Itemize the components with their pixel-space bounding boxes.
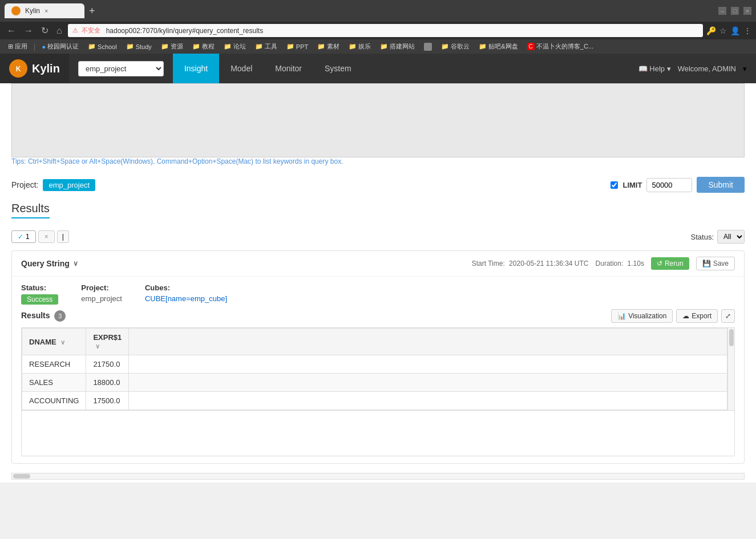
bookmark-resources[interactable]: 📁 资源 xyxy=(157,41,187,52)
bookmark-tieba[interactable]: 📁 贴吧&网盘 xyxy=(475,41,521,52)
browser-chrome: Kylin × + – □ × ← → ↻ ⌂ ⚠ 不安全 hadoop002:… xyxy=(0,0,756,54)
visualization-button[interactable]: 📊 Visualization xyxy=(611,309,673,323)
result-tab-1[interactable]: ✓ 1 xyxy=(11,230,36,243)
folder-icon-google: 📁 xyxy=(441,43,449,50)
tab-close-icon[interactable]: × xyxy=(45,7,48,14)
folder-icon-tutorial: 📁 xyxy=(192,43,200,50)
bookmark-study[interactable]: 📁 Study xyxy=(123,42,155,51)
status-filter: Status: All xyxy=(691,230,745,244)
td-expr1-1: 21750.0 xyxy=(86,355,129,374)
nav-system[interactable]: System xyxy=(313,54,363,83)
limit-checkbox[interactable] xyxy=(611,181,618,189)
tips-text: Tips: Ctrl+Shift+Space or Alt+Space(Wind… xyxy=(11,157,343,165)
bookmark-ppt[interactable]: 📁 PPT xyxy=(283,42,312,51)
address-bar[interactable]: ⚠ 不安全 hadoop002:7070/kylin/query#query_c… xyxy=(68,24,703,37)
new-tab-button[interactable]: + xyxy=(84,4,100,18)
expr1-sort-icon[interactable]: ∨ xyxy=(95,343,100,350)
maximize-button[interactable]: □ xyxy=(731,7,739,15)
nav-insight-label: Insight xyxy=(184,64,208,73)
star-icon[interactable]: ☆ xyxy=(719,26,727,35)
minimize-button[interactable]: – xyxy=(718,7,726,15)
bookmark-google-cloud[interactable]: 📁 谷歌云 xyxy=(438,41,473,52)
th-expr1[interactable]: EXPR$1 ∨ xyxy=(86,329,129,355)
tab-add-label: | xyxy=(62,233,64,241)
more-options-icon[interactable]: ⋮ xyxy=(743,26,751,35)
bookmark-tutorial[interactable]: 📁 教程 xyxy=(189,41,218,52)
apps-icon: ⊞ xyxy=(8,43,13,50)
table-scroll-area: DNAME ∨ EXPR$1 ∨ xyxy=(22,328,734,410)
result-tab-close[interactable]: × xyxy=(38,230,55,243)
user-icon[interactable]: 👤 xyxy=(730,26,740,35)
refresh-button[interactable]: ↻ xyxy=(39,24,51,37)
nav-model-label: Model xyxy=(231,64,252,73)
query-editor[interactable] xyxy=(11,83,745,157)
window-controls: – □ × xyxy=(718,7,751,15)
browser-tabs: Kylin × + xyxy=(5,3,718,18)
browser-tab-active[interactable]: Kylin × xyxy=(5,3,84,18)
bookmark-blog[interactable]: C 不温卜火的博客_C... xyxy=(524,41,597,52)
tools-label: 工具 xyxy=(265,42,277,51)
project-meta-value: emp_project xyxy=(81,294,122,303)
not-secure-label: 不安全 xyxy=(82,26,100,35)
start-time-label: Start Time: 2020-05-21 11:36:34 UTC xyxy=(472,260,589,268)
rerun-button[interactable]: ↺ Rerun xyxy=(651,257,689,270)
project-selector[interactable]: emp_project xyxy=(78,61,164,76)
tab-favicon xyxy=(11,6,21,15)
bookmark-forum[interactable]: 📁 论坛 xyxy=(220,41,249,52)
query-string-title[interactable]: Query String ∨ xyxy=(21,259,78,268)
key-icon[interactable]: 🔑 xyxy=(706,26,716,35)
export-button[interactable]: ☁ Export xyxy=(676,309,718,323)
bookmark-entertainment[interactable]: 📁 娱乐 xyxy=(345,41,374,52)
bookmark-website[interactable]: 📁 搭建网站 xyxy=(377,41,418,52)
th-dname[interactable]: DNAME ∨ xyxy=(22,329,86,355)
duration-label: Duration: 1.10s xyxy=(596,260,644,268)
table-row: SALES 18800.0 xyxy=(22,374,727,392)
tab-add-button[interactable]: | xyxy=(57,230,69,243)
results-section: Results ✓ 1 × | Status: All xyxy=(0,202,756,480)
nav-insight[interactable]: Insight xyxy=(173,54,219,83)
meta-row: Status: Success Project: emp_project Cub… xyxy=(21,283,735,305)
folder-icon-tieba: 📁 xyxy=(479,43,487,50)
tips-bar: Tips: Ctrl+Shift+Space or Alt+Space(Wind… xyxy=(0,157,756,165)
td-expr1-2: 18800.0 xyxy=(86,374,129,392)
close-button[interactable]: × xyxy=(743,7,751,15)
app-name: Kylin xyxy=(32,62,60,75)
website-label: 搭建网站 xyxy=(390,42,415,51)
status-select[interactable]: All xyxy=(717,230,745,244)
chart-icon: 📊 xyxy=(617,312,626,320)
td-empty-1 xyxy=(129,355,727,374)
table-scrollbar[interactable] xyxy=(727,328,734,410)
project-label-area: Project: emp_project xyxy=(11,179,95,191)
bookmark-school[interactable]: 📁 School xyxy=(84,42,120,51)
rerun-icon: ↺ xyxy=(657,260,662,268)
duration-value: 1.10s xyxy=(628,260,644,268)
bookmark-tools[interactable]: 📁 工具 xyxy=(252,41,281,52)
submit-button[interactable]: Submit xyxy=(697,177,745,193)
app-header: K Kylin emp_project Insight Model Monito… xyxy=(0,54,756,83)
dname-sort-icon[interactable]: ∨ xyxy=(60,339,65,346)
bookmark-material[interactable]: 📁 素材 xyxy=(314,41,343,52)
forward-button[interactable]: → xyxy=(22,25,35,37)
td-dname-1: RESEARCH xyxy=(22,355,86,374)
status-meta-label: Status: xyxy=(21,283,58,292)
welcome-label[interactable]: Welcome, ADMIN xyxy=(678,64,736,73)
blog-label: 不温卜火的博客_C... xyxy=(536,42,593,51)
home-button[interactable]: ⌂ xyxy=(54,25,64,37)
limit-input[interactable] xyxy=(646,178,692,192)
bookmark-placeholder[interactable] xyxy=(421,42,435,52)
query-card: Query String ∨ Start Time: 2020-05-21 11… xyxy=(11,250,745,464)
nav-model[interactable]: Model xyxy=(219,54,264,83)
horizontal-scrollbar[interactable] xyxy=(11,473,745,480)
bookmark-apps[interactable]: ⊞ 应用 xyxy=(5,41,31,52)
back-button[interactable]: ← xyxy=(5,25,18,37)
nav-monitor[interactable]: Monitor xyxy=(264,54,313,83)
help-button[interactable]: 📖 Help ▾ xyxy=(638,64,671,73)
bookmark-auth[interactable]: ● 校园网认证 xyxy=(38,41,82,52)
folder-icon-forum: 📁 xyxy=(224,43,232,50)
table-row: ACCOUNTING 17500.0 xyxy=(22,392,727,410)
save-button[interactable]: 💾 Save xyxy=(696,257,735,270)
table-scroll[interactable]: DNAME ∨ EXPR$1 ∨ xyxy=(22,328,727,410)
expand-button[interactable]: ⤢ xyxy=(721,309,735,323)
project-badge: emp_project xyxy=(43,179,95,191)
limit-label: LIMIT xyxy=(622,181,642,189)
